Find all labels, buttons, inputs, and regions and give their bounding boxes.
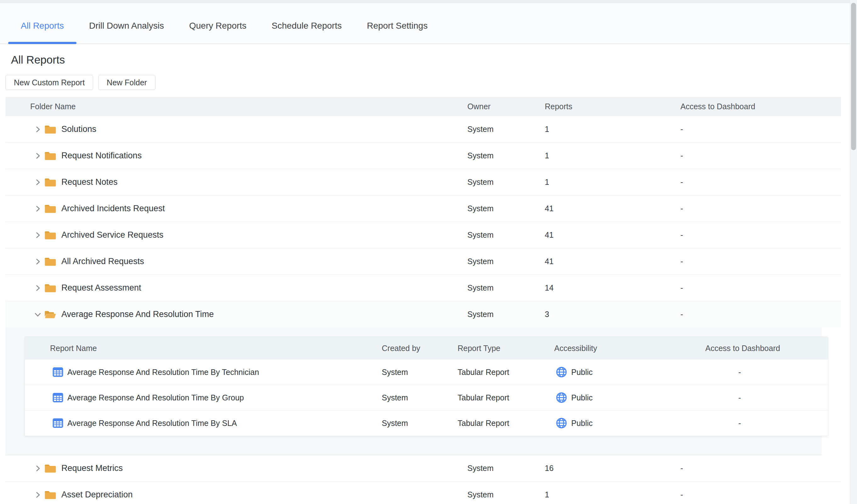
reports-count-cell: 1	[545, 151, 674, 160]
owner-cell: System	[467, 464, 545, 473]
table-row[interactable]: Request Notifications System 1 -	[5, 142, 841, 169]
new-folder-button[interactable]: New Folder	[98, 75, 155, 90]
report-name-link[interactable]: Average Response And Resolution Time By …	[67, 368, 259, 377]
folder-table: Folder Name Owner Reports Access to Dash…	[5, 97, 841, 327]
table-row-expanded[interactable]: Average Response And Resolution Time Sys…	[5, 301, 841, 327]
globe-icon	[555, 417, 568, 429]
tab-drill-down-analysis[interactable]: Drill Down Analysis	[77, 21, 177, 44]
column-header-access-to-dashboard: Access to Dashboard	[705, 344, 827, 353]
reports-count-cell: 3	[545, 310, 674, 319]
owner-cell: System	[467, 151, 545, 160]
table-row[interactable]: Archived Service Requests System 41 -	[5, 222, 841, 248]
chevron-right-icon[interactable]	[34, 178, 42, 186]
tab-all-reports[interactable]: All Reports	[8, 21, 77, 44]
column-header-report-name: Report Name	[25, 344, 382, 353]
column-header-access-to-dashboard: Access to Dashboard	[674, 102, 841, 111]
new-custom-report-button[interactable]: New Custom Report	[5, 75, 93, 90]
report-row[interactable]: Average Response And Resolution Time By …	[25, 359, 828, 385]
report-table: Report Name Created by Report Type Acces…	[24, 337, 828, 436]
accessibility-cell: Public	[571, 393, 593, 402]
dashboard-cell: -	[674, 310, 841, 319]
table-report-icon	[52, 417, 64, 429]
folder-name[interactable]: Request Assessment	[61, 283, 141, 293]
owner-cell: System	[467, 490, 545, 499]
folder-name[interactable]: Request Notifications	[61, 151, 141, 161]
scrollbar[interactable]	[850, 0, 857, 504]
chevron-right-icon[interactable]	[34, 152, 42, 160]
column-header-created-by: Created by	[382, 344, 458, 353]
table-report-icon	[52, 392, 64, 403]
chevron-right-icon[interactable]	[34, 491, 42, 499]
accessibility-cell: Public	[571, 419, 593, 428]
globe-icon	[555, 366, 568, 378]
owner-cell: System	[467, 231, 545, 239]
owner-cell: System	[467, 178, 545, 187]
dashboard-cell: -	[674, 464, 841, 473]
scrollbar-thumb[interactable]	[851, 3, 856, 150]
folder-icon	[44, 283, 56, 293]
report-name-link[interactable]: Average Response And Resolution Time By …	[67, 419, 237, 428]
main-content: All Reports New Custom Report New Folder…	[0, 53, 841, 504]
table-row[interactable]: Request Metrics System 16 -	[5, 455, 841, 482]
active-tab-underline	[8, 42, 77, 44]
column-header-folder-name: Folder Name	[5, 102, 467, 111]
report-table-header: Report Name Created by Report Type Acces…	[25, 337, 828, 359]
table-row[interactable]: Request Notes System 1 -	[5, 169, 841, 196]
tab-label: All Reports	[21, 21, 64, 31]
folder-table-header: Folder Name Owner Reports Access to Dash…	[5, 97, 841, 116]
folder-icon	[44, 151, 56, 161]
created-by-cell: System	[382, 419, 458, 428]
tab-query-reports[interactable]: Query Reports	[177, 21, 259, 44]
tab-schedule-reports[interactable]: Schedule Reports	[259, 21, 354, 44]
folder-name[interactable]: Average Response And Resolution Time	[61, 309, 214, 319]
tab-label: Drill Down Analysis	[89, 21, 164, 31]
folder-name[interactable]: Asset Depreciation	[61, 490, 133, 500]
folder-name[interactable]: Request Metrics	[61, 464, 123, 473]
chevron-down-icon[interactable]	[34, 310, 42, 319]
column-header-report-type: Report Type	[458, 344, 554, 353]
table-row[interactable]: Solutions System 1 -	[5, 116, 841, 142]
dashboard-cell: -	[705, 368, 827, 377]
folder-icon	[44, 204, 56, 214]
tab-label: Query Reports	[189, 21, 247, 31]
report-name-link[interactable]: Average Response And Resolution Time By …	[67, 393, 244, 402]
folder-icon	[44, 124, 56, 134]
tab-label: Report Settings	[367, 21, 428, 31]
report-type-cell: Tabular Report	[458, 368, 554, 377]
globe-icon	[555, 392, 568, 404]
chevron-right-icon[interactable]	[34, 284, 42, 292]
chevron-right-icon[interactable]	[34, 464, 42, 472]
folder-icon	[44, 464, 56, 473]
folder-name[interactable]: Request Notes	[61, 177, 118, 187]
owner-cell: System	[467, 257, 545, 266]
column-header-reports: Reports	[545, 102, 674, 111]
folder-name[interactable]: Solutions	[61, 124, 96, 134]
chevron-right-icon[interactable]	[34, 231, 42, 239]
table-row[interactable]: All Archived Requests System 41 -	[5, 248, 841, 275]
top-strip	[0, 0, 857, 3]
folder-name[interactable]: All Archived Requests	[61, 256, 144, 266]
tab-report-settings[interactable]: Report Settings	[354, 21, 440, 44]
folder-icon	[44, 256, 56, 267]
chevron-right-icon[interactable]	[34, 257, 42, 266]
report-row[interactable]: Average Response And Resolution Time By …	[25, 385, 828, 410]
page-title: All Reports	[11, 53, 841, 66]
dashboard-cell: -	[674, 151, 841, 160]
chevron-right-icon[interactable]	[34, 205, 42, 213]
folder-name[interactable]: Archived Incidents Request	[61, 204, 165, 214]
folder-icon	[44, 490, 56, 500]
table-row[interactable]: Archived Incidents Request System 41 -	[5, 196, 841, 222]
report-row[interactable]: Average Response And Resolution Time By …	[25, 410, 828, 436]
table-row[interactable]: Asset Depreciation System 1 -	[5, 482, 841, 504]
chevron-right-icon[interactable]	[34, 125, 42, 133]
table-report-icon	[52, 366, 64, 378]
column-header-accessibility: Accessibility	[554, 344, 705, 353]
tab-bar: All Reports Drill Down Analysis Query Re…	[0, 3, 850, 44]
reports-count-cell: 41	[545, 257, 674, 266]
folder-name[interactable]: Archived Service Requests	[61, 230, 163, 240]
table-row[interactable]: Request Assessment System 14 -	[5, 275, 841, 301]
dashboard-cell: -	[674, 490, 841, 499]
folder-icon	[44, 230, 56, 240]
reports-count-cell: 41	[545, 231, 674, 239]
report-type-cell: Tabular Report	[458, 419, 554, 428]
